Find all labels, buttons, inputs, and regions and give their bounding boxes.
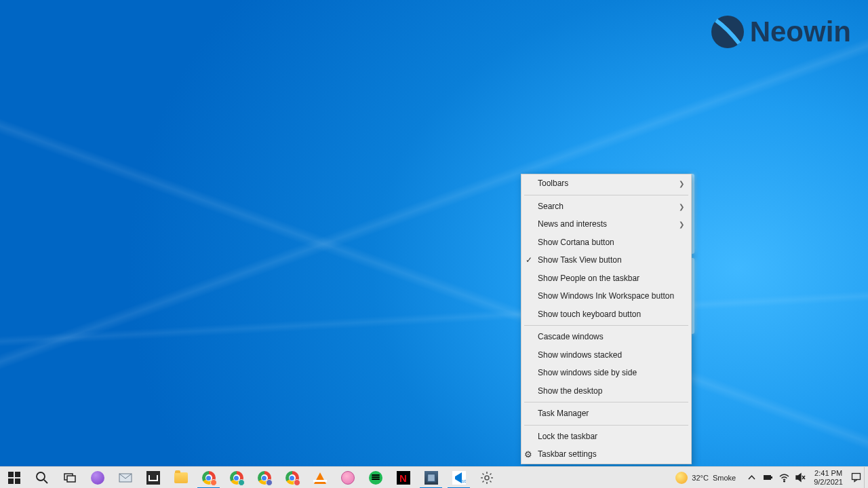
spotify-icon bbox=[369, 471, 382, 485]
gear-icon bbox=[480, 471, 494, 485]
cm-label: Show windows side by side bbox=[538, 368, 637, 377]
cm-lock-taskbar[interactable]: Lock the taskbar bbox=[521, 428, 691, 446]
wifi-icon[interactable] bbox=[779, 472, 789, 483]
svg-point-17 bbox=[784, 481, 785, 482]
clock-time: 2:41 PM bbox=[814, 469, 843, 478]
virtualbox-icon bbox=[425, 471, 438, 485]
cm-label: Search bbox=[538, 202, 564, 211]
separator bbox=[524, 425, 688, 426]
weather-sun-icon bbox=[675, 472, 688, 484]
desktop[interactable]: Neowin Toolbars ❯ Search ❯ News and inte… bbox=[0, 0, 868, 488]
watermark-text: Neowin bbox=[750, 16, 851, 48]
cm-show-people[interactable]: Show People on the taskbar bbox=[521, 269, 691, 288]
action-center-icon[interactable] bbox=[851, 472, 861, 483]
show-desktop-peek[interactable] bbox=[864, 467, 868, 489]
svg-rect-20 bbox=[852, 474, 861, 480]
vlc-button[interactable] bbox=[306, 467, 334, 488]
media-icon bbox=[341, 471, 355, 485]
system-tray[interactable] bbox=[743, 472, 808, 483]
cm-show-task-view[interactable]: ✓ Show Task View button bbox=[521, 251, 691, 269]
bittorrent-button[interactable] bbox=[83, 467, 111, 488]
svg-rect-16 bbox=[771, 476, 772, 478]
store-icon bbox=[146, 471, 160, 485]
cm-label: Show Windows Ink Workspace button bbox=[538, 291, 674, 301]
cm-label: Toolbars bbox=[538, 179, 568, 188]
vlc-icon bbox=[314, 472, 326, 484]
cm-cascade[interactable]: Cascade windows bbox=[521, 328, 691, 346]
cm-show-ink[interactable]: Show Windows Ink Workspace button bbox=[521, 287, 691, 305]
weather-temp: 32°C bbox=[692, 474, 709, 482]
cm-toolbars[interactable]: Toolbars ❯ bbox=[521, 174, 691, 193]
svg-rect-1 bbox=[8, 472, 14, 477]
volume-muted-icon[interactable] bbox=[795, 472, 806, 483]
cm-task-manager[interactable]: Task Manager bbox=[521, 405, 691, 423]
chrome-button-2[interactable] bbox=[222, 467, 250, 488]
chrome-button-1[interactable] bbox=[195, 467, 222, 488]
start-icon bbox=[7, 470, 22, 485]
svg-point-5 bbox=[37, 472, 45, 481]
chevron-right-icon: ❯ bbox=[679, 221, 684, 228]
cm-label: Taskbar settings bbox=[538, 449, 597, 459]
store-button[interactable] bbox=[139, 467, 167, 488]
mail-button[interactable] bbox=[111, 467, 139, 488]
search-button[interactable] bbox=[28, 467, 56, 488]
cm-side-by-side[interactable]: Show windows side by side bbox=[521, 364, 691, 382]
cm-label: Task Manager bbox=[538, 409, 589, 418]
cm-show-cortana[interactable]: Show Cortana button bbox=[521, 233, 691, 252]
mail-icon bbox=[118, 470, 133, 485]
chrome-button-4[interactable] bbox=[278, 467, 306, 488]
folder-icon bbox=[174, 472, 188, 483]
spotify-button[interactable] bbox=[361, 467, 389, 488]
taskbar-context-menu: Toolbars ❯ Search ❯ News and interests ❯… bbox=[521, 174, 692, 464]
chrome-icon bbox=[258, 471, 271, 485]
separator bbox=[524, 325, 688, 326]
battery-icon[interactable] bbox=[763, 472, 773, 483]
chrome-icon bbox=[285, 471, 299, 485]
chrome-icon bbox=[202, 471, 216, 485]
task-view-icon bbox=[62, 470, 77, 485]
svg-text:10: 10 bbox=[462, 479, 466, 483]
cm-label: Show People on the taskbar bbox=[538, 274, 639, 283]
cm-stacked[interactable]: Show windows stacked bbox=[521, 346, 691, 364]
tray-chevron-up-icon[interactable] bbox=[747, 472, 757, 483]
taskbar-right: 32°C Smoke 2:41 PM 9/2/2021 bbox=[669, 467, 868, 488]
task-view-button[interactable] bbox=[56, 467, 83, 488]
vscode-button[interactable]: 10 bbox=[445, 467, 473, 488]
cm-label: Cascade windows bbox=[538, 332, 604, 341]
cm-label: Show Task View button bbox=[538, 255, 622, 265]
netflix-button[interactable]: N bbox=[389, 467, 417, 488]
virtualbox-button[interactable] bbox=[417, 467, 445, 488]
media-button[interactable] bbox=[334, 467, 361, 488]
search-icon bbox=[35, 470, 50, 485]
svg-rect-3 bbox=[8, 478, 14, 484]
svg-rect-11 bbox=[428, 474, 435, 481]
cm-news-interests[interactable]: News and interests ❯ bbox=[521, 215, 691, 233]
svg-point-14 bbox=[485, 476, 489, 480]
cm-label: Show windows stacked bbox=[538, 350, 622, 360]
start-button[interactable] bbox=[0, 467, 28, 488]
svg-rect-2 bbox=[15, 472, 20, 477]
cm-search[interactable]: Search ❯ bbox=[521, 198, 691, 216]
netflix-icon: N bbox=[397, 471, 410, 485]
cm-show-touch-keyboard[interactable]: Show touch keyboard button bbox=[521, 305, 691, 324]
chrome-button-3[interactable] bbox=[250, 467, 278, 488]
neowin-watermark: Neowin bbox=[711, 15, 851, 49]
cm-label: Show the desktop bbox=[538, 386, 602, 396]
svg-rect-15 bbox=[764, 475, 771, 480]
cm-show-desktop[interactable]: Show the desktop bbox=[521, 382, 691, 400]
settings-button[interactable] bbox=[473, 467, 500, 488]
clock-date: 9/2/2021 bbox=[814, 478, 843, 487]
cm-label: Show Cortana button bbox=[538, 238, 614, 247]
taskbar[interactable]: N 10 32°C Smoke bbox=[0, 466, 868, 488]
cm-label: News and interests bbox=[538, 219, 607, 229]
weather-widget[interactable]: 32°C Smoke bbox=[669, 467, 743, 489]
separator bbox=[524, 195, 688, 195]
clock[interactable]: 2:41 PM 9/2/2021 bbox=[808, 469, 848, 487]
file-explorer-button[interactable] bbox=[167, 467, 195, 488]
vscode-icon: 10 bbox=[452, 471, 466, 485]
chevron-right-icon: ❯ bbox=[679, 202, 684, 210]
cm-taskbar-settings[interactable]: ⚙ Taskbar settings bbox=[521, 445, 691, 464]
bittorrent-icon bbox=[91, 471, 104, 485]
svg-line-6 bbox=[44, 480, 47, 483]
taskbar-left: N 10 bbox=[0, 467, 500, 488]
